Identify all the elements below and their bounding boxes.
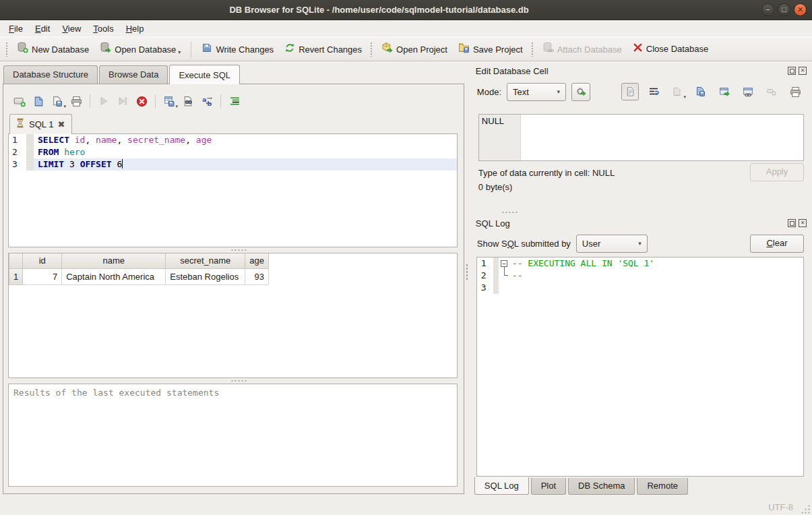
tab-execute-sql[interactable]: Execute SQL bbox=[169, 65, 240, 84]
word-wrap-icon[interactable] bbox=[645, 83, 662, 100]
sql-log-view[interactable]: 1−-- EXECUTING ALL IN 'SQL 1'2--3 bbox=[476, 257, 804, 477]
revert-changes-button[interactable]: Revert Changes bbox=[279, 39, 367, 59]
dock-tab-bar: SQL Log Plot DB Schema Remote bbox=[472, 478, 809, 498]
tab-remote[interactable]: Remote bbox=[637, 478, 688, 495]
toolbar-separator bbox=[155, 94, 156, 108]
open-sql-file-icon[interactable] bbox=[30, 92, 47, 110]
fold-marker[interactable]: − bbox=[499, 258, 511, 270]
line-text: SELECT id, name, secret_name, age bbox=[34, 134, 457, 146]
edit-cell-mode-row: Mode: Text ▾ ▾ bbox=[472, 78, 809, 106]
write-changes-button[interactable]: Write Changes bbox=[196, 39, 279, 59]
execute-line-icon bbox=[114, 92, 131, 110]
open-database-icon bbox=[100, 42, 111, 55]
results-message[interactable]: Results of the last executed statements bbox=[8, 384, 458, 487]
submitted-by-select[interactable]: User ▾ bbox=[576, 235, 648, 253]
corner-header[interactable] bbox=[9, 253, 23, 268]
save-results-icon[interactable]: ▾ bbox=[160, 92, 178, 110]
vertical-splitter[interactable] bbox=[464, 61, 470, 498]
table-cell[interactable]: Captain North America bbox=[62, 268, 166, 284]
tab-database-structure[interactable]: Database Structure bbox=[3, 65, 98, 84]
minimize-button[interactable]: − bbox=[761, 3, 774, 16]
table-cell[interactable]: 7 bbox=[23, 268, 62, 284]
sql-editor[interactable]: 1SELECT id, name, secret_name, age2FROM … bbox=[8, 134, 458, 247]
mode-label: Mode: bbox=[477, 87, 501, 97]
stop-icon[interactable] bbox=[133, 92, 150, 110]
toolbar-drag-handle[interactable] bbox=[531, 42, 534, 57]
column-header-secret_name[interactable]: secret_name bbox=[166, 253, 245, 268]
float-panel-icon[interactable] bbox=[788, 67, 796, 75]
encoding-indicator[interactable]: UTF-8 bbox=[768, 502, 793, 512]
new-database-icon bbox=[17, 42, 28, 55]
new-database-button[interactable]: New Database bbox=[11, 38, 94, 59]
column-header-age[interactable]: age bbox=[245, 253, 269, 268]
mode-select[interactable]: Text ▾ bbox=[507, 83, 566, 101]
fold-margin bbox=[26, 158, 34, 171]
close-database-button[interactable]: Close Database bbox=[627, 39, 714, 59]
table-cell[interactable]: Esteban Rogelios bbox=[166, 268, 245, 284]
replace-icon[interactable]: ab bbox=[198, 92, 216, 110]
save-project-button[interactable]: Save Project bbox=[453, 38, 528, 59]
execute-all-icon bbox=[95, 92, 113, 110]
column-header-name[interactable]: name bbox=[62, 253, 166, 268]
fold-marker bbox=[499, 270, 511, 282]
results-grid[interactable]: idnamesecret_nameage17Captain North Amer… bbox=[8, 253, 458, 378]
cell-value-editor[interactable]: NULL bbox=[478, 114, 804, 161]
tab-db-schema[interactable]: DB Schema bbox=[568, 478, 635, 495]
editor-line[interactable]: 3LIMIT 3 OFFSET 6 bbox=[9, 158, 457, 171]
sql-doc-tab[interactable]: SQL 1 ✖ bbox=[9, 114, 72, 134]
line-number: 3 bbox=[477, 282, 493, 294]
tab-sql-log[interactable]: SQL Log bbox=[474, 477, 529, 495]
resize-grip-icon[interactable] bbox=[801, 504, 810, 514]
text-mode-icon[interactable] bbox=[621, 83, 639, 100]
window-controls: − □ ✕ bbox=[761, 3, 807, 16]
open-project-button[interactable]: Open Project bbox=[376, 38, 453, 59]
execute-sql-pane: Database Structure Browse Data Execute S… bbox=[0, 61, 464, 498]
column-header-id[interactable]: id bbox=[23, 253, 62, 268]
print-icon[interactable] bbox=[786, 83, 804, 100]
window-title: DB Browser for SQLite - /home/user/code/… bbox=[0, 0, 758, 20]
apply-mode-gear-button[interactable] bbox=[571, 83, 590, 101]
cell-value-area[interactable] bbox=[521, 115, 803, 160]
menu-view[interactable]: View bbox=[56, 22, 87, 36]
edit-cell-toolbar: ▾ bbox=[621, 83, 804, 100]
tab-browse-data[interactable]: Browse Data bbox=[99, 65, 168, 84]
toolbar-drag-handle[interactable] bbox=[370, 42, 373, 57]
table-cell[interactable]: 93 bbox=[245, 268, 269, 284]
new-sql-tab-icon[interactable] bbox=[11, 92, 28, 110]
dock-splitter[interactable] bbox=[472, 210, 809, 215]
find-icon[interactable] bbox=[179, 92, 197, 110]
sql-log-header: SQL Log ✕ bbox=[472, 215, 809, 230]
editor-line[interactable]: 1SELECT id, name, secret_name, age bbox=[9, 134, 457, 146]
open-database-dropdown-icon[interactable]: ▾ bbox=[178, 49, 181, 55]
clear-log-button[interactable]: Clear bbox=[750, 235, 804, 253]
tab-plot[interactable]: Plot bbox=[531, 478, 566, 495]
close-sql-tab-icon[interactable]: ✖ bbox=[57, 119, 65, 129]
close-panel-icon[interactable]: ✕ bbox=[799, 67, 807, 75]
table-row[interactable]: 17Captain North AmericaEsteban Rogelios9… bbox=[9, 268, 269, 284]
close-database-icon bbox=[633, 42, 643, 55]
cell-value-gutter: NULL bbox=[479, 115, 521, 160]
menu-help[interactable]: Help bbox=[120, 22, 150, 36]
float-panel-icon[interactable] bbox=[788, 219, 796, 227]
menu-edit[interactable]: Edit bbox=[29, 22, 56, 36]
toolbar-drag-handle[interactable] bbox=[5, 42, 9, 57]
horizontal-splitter[interactable] bbox=[8, 247, 458, 253]
open-database-button[interactable]: Open Database ▾ bbox=[94, 38, 186, 59]
chevron-down-icon: ▾ bbox=[638, 240, 642, 247]
maximize-button[interactable]: □ bbox=[778, 3, 790, 16]
save-project-icon bbox=[458, 42, 470, 55]
attach-database-icon bbox=[542, 42, 554, 55]
format-sql-icon[interactable] bbox=[226, 92, 243, 110]
close-button[interactable]: ✕ bbox=[794, 3, 807, 16]
menu-tools[interactable]: Tools bbox=[87, 22, 119, 36]
horizontal-splitter[interactable] bbox=[8, 378, 458, 384]
row-header[interactable]: 1 bbox=[9, 268, 23, 284]
export-data-icon[interactable] bbox=[692, 83, 710, 100]
editor-line[interactable]: 2FROM hero bbox=[9, 146, 457, 158]
close-panel-icon[interactable]: ✕ bbox=[799, 219, 807, 227]
menu-file[interactable]: File bbox=[3, 22, 29, 36]
open-in-external-icon[interactable] bbox=[716, 83, 733, 100]
print-icon[interactable] bbox=[67, 92, 85, 110]
copy-link-icon[interactable] bbox=[739, 83, 757, 100]
save-sql-file-icon[interactable]: ▾ bbox=[49, 92, 66, 110]
